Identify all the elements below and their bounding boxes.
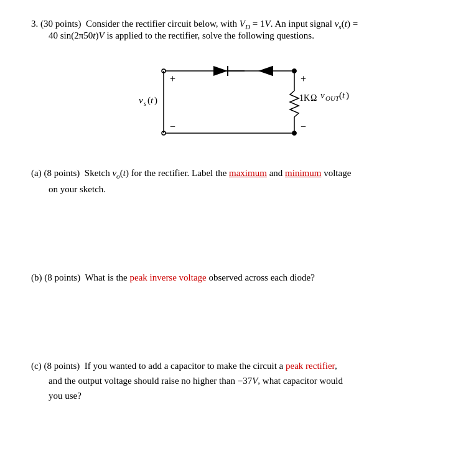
svg-text:v: v <box>139 95 143 105</box>
part-b-text: What is the peak inverse voltage observe… <box>85 272 314 282</box>
part-b-points: (8 points) <box>44 272 83 282</box>
svg-text:t: t <box>151 95 154 105</box>
svg-text:t: t <box>342 90 345 100</box>
problem-number: 3. <box>31 19 38 29</box>
part-c-label: (c) <box>31 361 44 371</box>
problem-text: Consider the rectifier circuit below, wi… <box>86 19 358 29</box>
svg-text:1K: 1K <box>299 93 310 103</box>
part-a: (a) (8 points) Sketch vo(t) for the rect… <box>31 165 445 197</box>
part-c-points: (8 points) <box>44 361 82 371</box>
svg-text:): ) <box>346 90 349 101</box>
svg-text:v: v <box>320 90 325 100</box>
part-a-text2: on your sketch. <box>49 184 106 194</box>
svg-text:): ) <box>154 95 157 106</box>
part-a-label: (a) <box>31 168 44 178</box>
svg-text:s: s <box>144 100 146 107</box>
svg-text:−: − <box>170 121 175 132</box>
svg-text:+: + <box>301 73 306 84</box>
svg-point-33 <box>292 131 296 136</box>
part-c: (c) (8 points) If you wanted to add a ca… <box>31 358 445 403</box>
part-c-answer-space <box>31 408 445 456</box>
svg-marker-3 <box>213 66 228 76</box>
svg-text:+: + <box>170 73 175 84</box>
part-b-label: (b) <box>31 272 44 282</box>
svg-point-32 <box>292 69 296 73</box>
svg-text:OUT: OUT <box>325 95 340 102</box>
part-a-text: Sketch vo(t) for the rectifier. Label th… <box>85 168 351 178</box>
problem-points: (30 points) <box>40 19 83 29</box>
part-a-answer-space <box>31 202 445 270</box>
part-c-text3: you use? <box>49 391 82 401</box>
svg-text:−: − <box>301 121 306 132</box>
circuit-diagram: + − + − v s ( t ) 1K Ω v OUT ( t ) <box>31 52 445 152</box>
part-c-text2: and the output voltage should raise no h… <box>49 376 343 386</box>
part-b: (b) (8 points) What is the peak inverse … <box>31 270 445 285</box>
svg-text:Ω: Ω <box>310 93 317 103</box>
part-b-answer-space <box>31 290 445 358</box>
problem-text2: 40 sin(2π50t)V is applied to the rectifi… <box>49 30 314 40</box>
problem-header: 3. (30 points) Consider the rectifier ci… <box>31 19 445 41</box>
part-c-text: If you wanted to add a capacitor to make… <box>85 361 337 371</box>
part-a-points: (8 points) <box>44 168 82 178</box>
